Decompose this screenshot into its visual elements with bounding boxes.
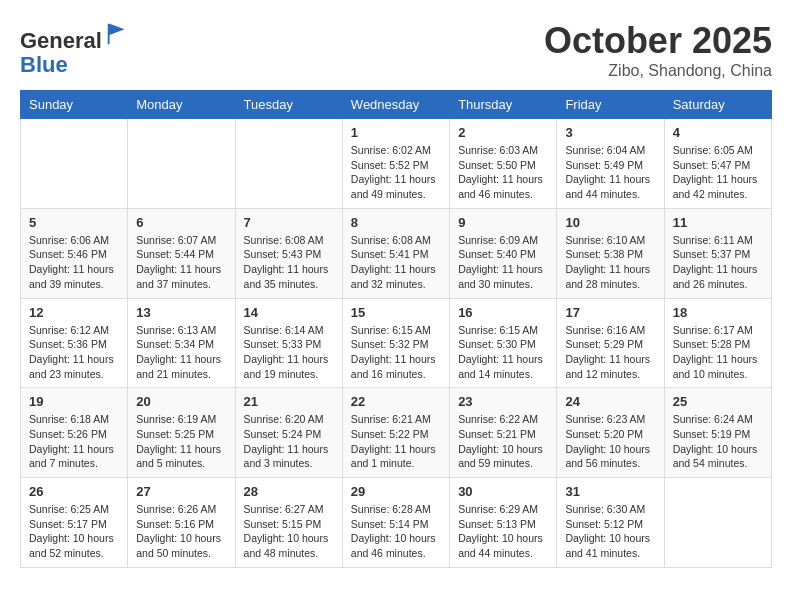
calendar-cell: 20Sunrise: 6:19 AMSunset: 5:25 PMDayligh… <box>128 388 235 478</box>
location: Zibo, Shandong, China <box>544 62 772 80</box>
day-info: Sunrise: 6:25 AMSunset: 5:17 PMDaylight:… <box>29 502 119 561</box>
page-header: General Blue October 2025 Zibo, Shandong… <box>20 20 772 80</box>
day-info: Sunrise: 6:18 AMSunset: 5:26 PMDaylight:… <box>29 412 119 471</box>
calendar-cell: 24Sunrise: 6:23 AMSunset: 5:20 PMDayligh… <box>557 388 664 478</box>
day-number: 30 <box>458 484 548 499</box>
day-header-wednesday: Wednesday <box>342 91 449 119</box>
calendar-cell: 30Sunrise: 6:29 AMSunset: 5:13 PMDayligh… <box>450 478 557 568</box>
calendar-cell <box>21 119 128 209</box>
day-number: 2 <box>458 125 548 140</box>
day-info: Sunrise: 6:09 AMSunset: 5:40 PMDaylight:… <box>458 233 548 292</box>
day-info: Sunrise: 6:07 AMSunset: 5:44 PMDaylight:… <box>136 233 226 292</box>
day-number: 17 <box>565 305 655 320</box>
day-number: 9 <box>458 215 548 230</box>
day-info: Sunrise: 6:21 AMSunset: 5:22 PMDaylight:… <box>351 412 441 471</box>
day-info: Sunrise: 6:03 AMSunset: 5:50 PMDaylight:… <box>458 143 548 202</box>
calendar-week-5: 26Sunrise: 6:25 AMSunset: 5:17 PMDayligh… <box>21 478 772 568</box>
logo-general: General <box>20 28 102 53</box>
day-info: Sunrise: 6:15 AMSunset: 5:32 PMDaylight:… <box>351 323 441 382</box>
day-number: 4 <box>673 125 763 140</box>
day-number: 3 <box>565 125 655 140</box>
day-number: 16 <box>458 305 548 320</box>
calendar-cell: 28Sunrise: 6:27 AMSunset: 5:15 PMDayligh… <box>235 478 342 568</box>
calendar-cell: 27Sunrise: 6:26 AMSunset: 5:16 PMDayligh… <box>128 478 235 568</box>
calendar-cell: 16Sunrise: 6:15 AMSunset: 5:30 PMDayligh… <box>450 298 557 388</box>
calendar-cell: 26Sunrise: 6:25 AMSunset: 5:17 PMDayligh… <box>21 478 128 568</box>
day-number: 21 <box>244 394 334 409</box>
calendar-cell: 3Sunrise: 6:04 AMSunset: 5:49 PMDaylight… <box>557 119 664 209</box>
day-number: 13 <box>136 305 226 320</box>
day-info: Sunrise: 6:04 AMSunset: 5:49 PMDaylight:… <box>565 143 655 202</box>
day-info: Sunrise: 6:10 AMSunset: 5:38 PMDaylight:… <box>565 233 655 292</box>
day-number: 29 <box>351 484 441 499</box>
day-info: Sunrise: 6:26 AMSunset: 5:16 PMDaylight:… <box>136 502 226 561</box>
calendar-cell <box>664 478 771 568</box>
day-header-sunday: Sunday <box>21 91 128 119</box>
day-number: 10 <box>565 215 655 230</box>
calendar-cell: 19Sunrise: 6:18 AMSunset: 5:26 PMDayligh… <box>21 388 128 478</box>
day-info: Sunrise: 6:27 AMSunset: 5:15 PMDaylight:… <box>244 502 334 561</box>
day-number: 7 <box>244 215 334 230</box>
day-number: 18 <box>673 305 763 320</box>
day-number: 20 <box>136 394 226 409</box>
calendar-cell: 31Sunrise: 6:30 AMSunset: 5:12 PMDayligh… <box>557 478 664 568</box>
calendar-cell: 9Sunrise: 6:09 AMSunset: 5:40 PMDaylight… <box>450 208 557 298</box>
day-info: Sunrise: 6:12 AMSunset: 5:36 PMDaylight:… <box>29 323 119 382</box>
month-title: October 2025 <box>544 20 772 62</box>
calendar-cell: 11Sunrise: 6:11 AMSunset: 5:37 PMDayligh… <box>664 208 771 298</box>
calendar-cell: 18Sunrise: 6:17 AMSunset: 5:28 PMDayligh… <box>664 298 771 388</box>
calendar-week-3: 12Sunrise: 6:12 AMSunset: 5:36 PMDayligh… <box>21 298 772 388</box>
day-info: Sunrise: 6:19 AMSunset: 5:25 PMDaylight:… <box>136 412 226 471</box>
day-header-thursday: Thursday <box>450 91 557 119</box>
calendar-cell: 17Sunrise: 6:16 AMSunset: 5:29 PMDayligh… <box>557 298 664 388</box>
day-number: 6 <box>136 215 226 230</box>
day-header-tuesday: Tuesday <box>235 91 342 119</box>
calendar-cell: 1Sunrise: 6:02 AMSunset: 5:52 PMDaylight… <box>342 119 449 209</box>
day-number: 28 <box>244 484 334 499</box>
calendar-header-row: SundayMondayTuesdayWednesdayThursdayFrid… <box>21 91 772 119</box>
day-number: 12 <box>29 305 119 320</box>
day-info: Sunrise: 6:06 AMSunset: 5:46 PMDaylight:… <box>29 233 119 292</box>
day-number: 11 <box>673 215 763 230</box>
calendar-cell: 25Sunrise: 6:24 AMSunset: 5:19 PMDayligh… <box>664 388 771 478</box>
calendar-cell: 14Sunrise: 6:14 AMSunset: 5:33 PMDayligh… <box>235 298 342 388</box>
day-info: Sunrise: 6:24 AMSunset: 5:19 PMDaylight:… <box>673 412 763 471</box>
day-number: 27 <box>136 484 226 499</box>
day-number: 15 <box>351 305 441 320</box>
day-info: Sunrise: 6:20 AMSunset: 5:24 PMDaylight:… <box>244 412 334 471</box>
calendar-cell: 10Sunrise: 6:10 AMSunset: 5:38 PMDayligh… <box>557 208 664 298</box>
day-info: Sunrise: 6:23 AMSunset: 5:20 PMDaylight:… <box>565 412 655 471</box>
day-number: 19 <box>29 394 119 409</box>
day-header-monday: Monday <box>128 91 235 119</box>
calendar-cell: 8Sunrise: 6:08 AMSunset: 5:41 PMDaylight… <box>342 208 449 298</box>
day-info: Sunrise: 6:08 AMSunset: 5:41 PMDaylight:… <box>351 233 441 292</box>
calendar-cell: 5Sunrise: 6:06 AMSunset: 5:46 PMDaylight… <box>21 208 128 298</box>
calendar-cell: 21Sunrise: 6:20 AMSunset: 5:24 PMDayligh… <box>235 388 342 478</box>
logo-flag-icon <box>104 20 132 48</box>
calendar-cell <box>235 119 342 209</box>
day-number: 1 <box>351 125 441 140</box>
day-number: 8 <box>351 215 441 230</box>
day-info: Sunrise: 6:22 AMSunset: 5:21 PMDaylight:… <box>458 412 548 471</box>
day-number: 5 <box>29 215 119 230</box>
calendar-cell: 12Sunrise: 6:12 AMSunset: 5:36 PMDayligh… <box>21 298 128 388</box>
day-info: Sunrise: 6:17 AMSunset: 5:28 PMDaylight:… <box>673 323 763 382</box>
day-info: Sunrise: 6:08 AMSunset: 5:43 PMDaylight:… <box>244 233 334 292</box>
day-header-friday: Friday <box>557 91 664 119</box>
day-info: Sunrise: 6:14 AMSunset: 5:33 PMDaylight:… <box>244 323 334 382</box>
day-info: Sunrise: 6:13 AMSunset: 5:34 PMDaylight:… <box>136 323 226 382</box>
calendar-cell: 22Sunrise: 6:21 AMSunset: 5:22 PMDayligh… <box>342 388 449 478</box>
calendar-cell: 6Sunrise: 6:07 AMSunset: 5:44 PMDaylight… <box>128 208 235 298</box>
day-number: 23 <box>458 394 548 409</box>
calendar-week-2: 5Sunrise: 6:06 AMSunset: 5:46 PMDaylight… <box>21 208 772 298</box>
day-info: Sunrise: 6:30 AMSunset: 5:12 PMDaylight:… <box>565 502 655 561</box>
calendar-week-4: 19Sunrise: 6:18 AMSunset: 5:26 PMDayligh… <box>21 388 772 478</box>
calendar-cell: 2Sunrise: 6:03 AMSunset: 5:50 PMDaylight… <box>450 119 557 209</box>
day-info: Sunrise: 6:05 AMSunset: 5:47 PMDaylight:… <box>673 143 763 202</box>
calendar-cell: 13Sunrise: 6:13 AMSunset: 5:34 PMDayligh… <box>128 298 235 388</box>
calendar-cell: 4Sunrise: 6:05 AMSunset: 5:47 PMDaylight… <box>664 119 771 209</box>
day-header-saturday: Saturday <box>664 91 771 119</box>
svg-marker-0 <box>108 24 125 45</box>
calendar-table: SundayMondayTuesdayWednesdayThursdayFrid… <box>20 90 772 568</box>
day-info: Sunrise: 6:11 AMSunset: 5:37 PMDaylight:… <box>673 233 763 292</box>
